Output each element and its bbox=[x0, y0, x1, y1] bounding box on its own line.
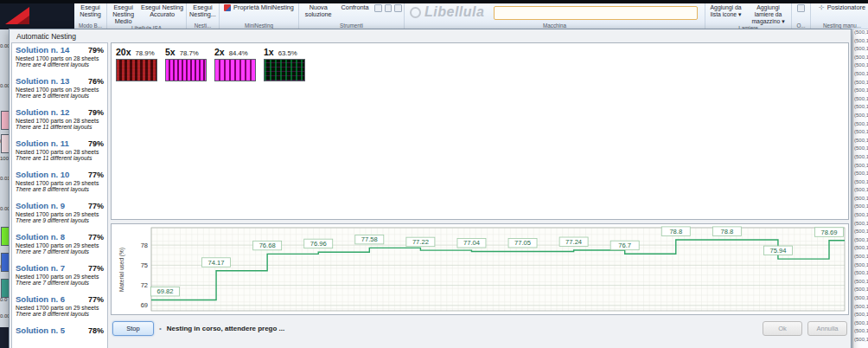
ribbon-group-libellula-isa: Esegui Nesting Medio Esegui Nesting Accu… bbox=[107, 3, 187, 29]
sheet-list-row-fragment: (500,1 bbox=[853, 295, 868, 304]
layout-thumbnail[interactable] bbox=[264, 59, 305, 81]
sheet-list-row-fragment: (500,1 bbox=[853, 87, 868, 96]
solutions-list[interactable]: Solution n. 14 79% Nested 1700 parts on … bbox=[11, 42, 108, 348]
solution-layouts: There are 7 different layouts bbox=[16, 280, 104, 286]
solution-parts: Nested 1700 parts on 28 sheets bbox=[16, 55, 104, 61]
svg-text:78: 78 bbox=[141, 242, 148, 249]
svg-text:74.17: 74.17 bbox=[208, 259, 225, 267]
solution-name: Solution n. 9 bbox=[16, 201, 65, 210]
solution-layouts: There are 8 different layouts bbox=[16, 186, 104, 192]
solution-item[interactable]: Solution n. 12 79% Nested 1700 parts on … bbox=[12, 106, 107, 137]
esegui-nesting-medio-button[interactable]: Esegui Nesting Medio bbox=[109, 4, 137, 25]
layout-thumbnail[interactable] bbox=[214, 59, 256, 81]
solution-item[interactable]: Solution n. 8 77% Nested 1700 parts on 2… bbox=[12, 230, 107, 261]
ribbon-group-nesting-manuale: ⊹ Posizionatore Nesting manu... bbox=[811, 3, 868, 29]
sheet-list-row-fragment: (500,1 bbox=[853, 129, 868, 138]
esegui-nesting-button[interactable]: Esegui Nesting bbox=[76, 4, 105, 18]
sheet-list-row-fragment: (500,1 bbox=[853, 287, 868, 295]
solution-percent: 79% bbox=[88, 108, 104, 117]
solution-percent: 77% bbox=[88, 264, 104, 273]
chevron-down-icon: ▾ bbox=[782, 18, 784, 24]
svg-text:77.24: 77.24 bbox=[565, 238, 582, 246]
sheet-list-row-fragment: (500,1 bbox=[853, 221, 868, 229]
ribbon-group-modo: Esegui Nesting Modo B... bbox=[74, 3, 107, 29]
solution-item[interactable]: Solution n. 13 76% Nested 1700 parts on … bbox=[12, 74, 107, 106]
solution-name: Solution n. 11 bbox=[16, 139, 69, 148]
svg-text:78.8: 78.8 bbox=[720, 228, 733, 235]
sheet-list-row-fragment: (500,1 bbox=[853, 245, 868, 254]
sheet-list-row-fragment: (500,1 bbox=[853, 113, 868, 121]
tool-icon[interactable] bbox=[385, 4, 393, 12]
solution-parts: Nested 1700 parts on 29 sheets bbox=[16, 242, 104, 248]
brand-glyph-icon bbox=[410, 7, 421, 18]
solution-name: Solution n. 13 bbox=[16, 76, 69, 86]
stop-button[interactable]: Stop bbox=[112, 321, 154, 336]
layout-thumbnail[interactable] bbox=[116, 59, 157, 81]
aggiungi-da-lista-button[interactable]: Aggiungi da lista icone ▾ bbox=[707, 4, 744, 18]
preview-percent: 78.7% bbox=[180, 49, 199, 57]
solution-item[interactable]: Solution n. 6 77% Nested 1700 parts on 2… bbox=[12, 293, 107, 324]
sheet-list-row-fragment: (500,1 bbox=[853, 179, 868, 188]
ribbon-group-macchina: Libellula Macchina bbox=[405, 3, 705, 29]
solution-layouts: There are 8 different layouts bbox=[16, 311, 104, 317]
tool-icon[interactable] bbox=[797, 4, 805, 12]
solution-item[interactable]: Solution n. 14 79% Nested 1700 parts on … bbox=[12, 43, 107, 74]
chevron-down-icon: ▾ bbox=[738, 11, 741, 17]
solution-item[interactable]: Solution n. 7 77% Nested 1700 parts on 2… bbox=[12, 261, 107, 293]
sheet-list-row-fragment: (500,1 bbox=[853, 320, 868, 329]
positioner-icon: ⊹ bbox=[819, 4, 825, 11]
machine-selector-box[interactable] bbox=[494, 6, 698, 20]
sheet-list-row-fragment: (500,1 bbox=[853, 29, 868, 38]
solution-percent: 76% bbox=[88, 77, 104, 86]
solution-percent: 79% bbox=[88, 46, 104, 55]
preview-percent: 63.5% bbox=[278, 49, 297, 57]
solution-parts: Nested 1700 parts on 28 sheets bbox=[16, 149, 104, 155]
solution-item[interactable]: Solution n. 5 78% bbox=[12, 324, 107, 348]
proprieta-mininesting-button[interactable]: Proprietà MiniNesting bbox=[224, 4, 294, 11]
solution-item[interactable]: Solution n. 10 77% Nested 1700 parts on … bbox=[12, 168, 107, 199]
solution-name: Solution n. 5 bbox=[16, 325, 65, 335]
sheet-list-row-fragment: (500,1 bbox=[853, 55, 868, 63]
svg-text:69.82: 69.82 bbox=[156, 287, 173, 295]
sheet-list-row-fragment: (500,1 bbox=[853, 145, 868, 154]
svg-text:77.58: 77.58 bbox=[361, 235, 378, 243]
sheet-list-row-fragment: (500,1 bbox=[853, 254, 868, 262]
sheet-list-row-fragment: (500,1 bbox=[853, 270, 868, 279]
aggiungi-lamiere-button[interactable]: Aggiungi lamiere da magazzino ▾ bbox=[747, 4, 789, 25]
status-text: Nesting in corso, attendere prego ... bbox=[167, 325, 284, 332]
solution-parts: Nested 1700 parts on 29 sheets bbox=[16, 274, 104, 280]
nesting-preview-panel: 20x 78.9% 5x 78.7% 2x 84.4% 1x 63.5% bbox=[111, 42, 849, 220]
svg-text:78.8: 78.8 bbox=[669, 228, 682, 235]
sheet-list-row-fragment: (500,1 bbox=[853, 304, 868, 313]
sheet-list-row-fragment: (500,1 bbox=[853, 138, 868, 146]
svg-text:75.94: 75.94 bbox=[769, 247, 786, 255]
sheet-list-row-fragment: (500,1 bbox=[853, 196, 868, 204]
layout-thumbnail[interactable] bbox=[165, 59, 207, 81]
ok-button[interactable]: Ok bbox=[763, 321, 802, 336]
sheet-list-row-fragment: (500,1 bbox=[853, 163, 868, 171]
sheet-list-row-fragment: (500,1 bbox=[853, 229, 868, 237]
aggiungi-lamiere-label: Aggiungi lamiere da magazzino bbox=[751, 4, 782, 24]
ribbon-group-mininesting: Proprietà MiniNesting MiniNesting bbox=[220, 3, 299, 29]
tool-icon[interactable] bbox=[374, 4, 382, 12]
solution-percent: 77% bbox=[88, 202, 104, 210]
sheet-list-row-fragment: (500,1 bbox=[853, 203, 868, 212]
svg-text:76.68: 76.68 bbox=[259, 242, 276, 249]
nuova-soluzione-button[interactable]: Nuova soluzione bbox=[301, 4, 335, 18]
proprieta-mininesting-label: Proprietà MiniNesting bbox=[233, 4, 294, 11]
solution-parts: Nested 1700 parts on 29 sheets bbox=[16, 180, 104, 186]
tool-icon[interactable] bbox=[394, 4, 402, 12]
solution-item[interactable]: Solution n. 9 77% Nested 1700 parts on 2… bbox=[12, 199, 107, 230]
solution-item[interactable]: Solution n. 11 79% Nested 1700 parts on … bbox=[12, 137, 107, 168]
solution-layouts: There are 9 different layouts bbox=[16, 217, 104, 223]
confronta-button[interactable]: Confronta bbox=[338, 4, 371, 11]
esegui-nesting-accurato-button[interactable]: Esegui Nesting Accurato bbox=[140, 4, 184, 18]
sheet-list-row-fragment: (500,1 bbox=[853, 237, 868, 246]
esegui-nesting-dots-button[interactable]: Esegui Nesting... bbox=[188, 4, 217, 18]
dialog-footer: Stop • Nesting in corso, attendere prego… bbox=[111, 319, 849, 338]
material-used-chart: 6972757869.8274.1776.6876.9677.5877.2277… bbox=[127, 226, 846, 313]
cancel-button[interactable]: Annulla bbox=[807, 321, 847, 336]
posizionatore-button[interactable]: ⊹ Posizionatore bbox=[819, 4, 865, 11]
ribbon: Esegui Nesting Modo B... Esegui Nesting … bbox=[0, 3, 868, 29]
ribbon-group-o: O... bbox=[792, 3, 811, 29]
